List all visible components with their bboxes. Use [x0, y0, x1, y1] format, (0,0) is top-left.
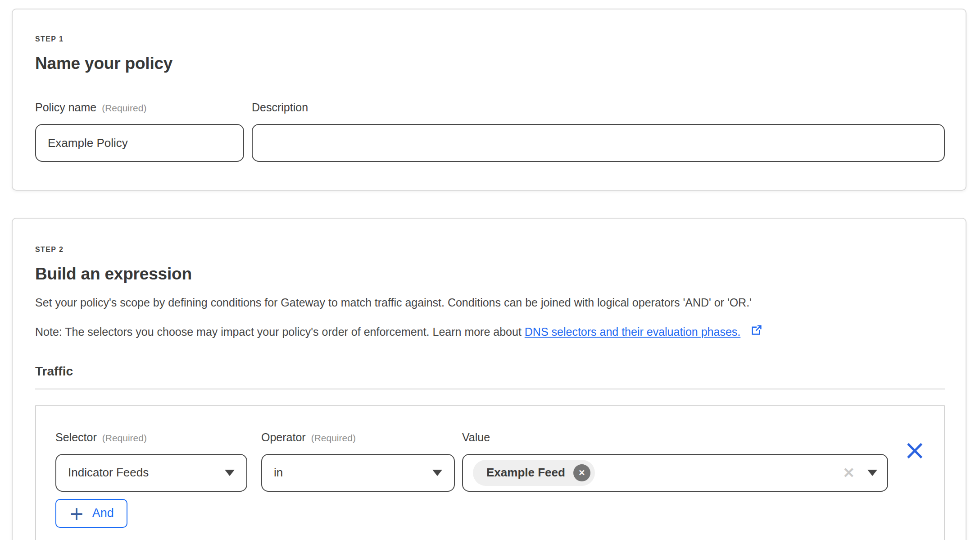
tag-remove-icon[interactable]: ✕	[573, 464, 590, 481]
external-link-icon[interactable]	[750, 323, 763, 341]
operator-label-text: Operator	[261, 431, 306, 444]
plus-icon: +	[69, 504, 84, 522]
step1-title: Name your policy	[35, 54, 945, 73]
operator-required-hint: (Required)	[311, 433, 356, 443]
clear-value-icon[interactable]: ✕	[843, 466, 855, 480]
operator-label: Operator(Required)	[261, 431, 455, 444]
operator-dropdown[interactable]: in	[261, 454, 455, 492]
expression-note-text: Note: The selectors you choose may impac…	[35, 323, 945, 341]
dns-selectors-link[interactable]: DNS selectors and their evaluation phase…	[525, 325, 740, 338]
traffic-heading: Traffic	[35, 364, 945, 379]
step2-title: Build an expression	[35, 265, 945, 284]
operator-dropdown-value: in	[274, 466, 283, 480]
value-tag-label: Example Feed	[486, 466, 565, 480]
selector-dropdown[interactable]: Indicator Feeds	[55, 454, 247, 492]
selector-label-text: Selector	[55, 431, 97, 444]
delete-condition-icon[interactable]: ×	[903, 436, 926, 463]
selector-required-hint: (Required)	[102, 433, 147, 443]
step2-label: STEP 2	[35, 246, 945, 254]
description-field-group: Description	[252, 101, 945, 162]
condition-row: Selector(Required) Indicator Feeds Opera…	[55, 431, 927, 492]
chevron-down-icon	[432, 470, 442, 476]
selector-dropdown-value: Indicator Feeds	[68, 466, 149, 480]
chevron-down-icon	[225, 470, 235, 476]
expression-intro-text: Set your policy's scope by defining cond…	[35, 295, 945, 311]
and-button-label: And	[92, 506, 114, 520]
selector-label: Selector(Required)	[55, 431, 247, 444]
step1-fields-row: Policy name(Required) Description	[35, 101, 945, 162]
policy-name-field-group: Policy name(Required)	[35, 101, 244, 162]
value-label: Value	[462, 431, 888, 444]
value-field-group: Value Example Feed ✕ ✕	[462, 431, 888, 492]
value-multiselect[interactable]: Example Feed ✕ ✕	[462, 454, 888, 492]
description-label: Description	[252, 101, 945, 114]
chevron-down-icon[interactable]	[867, 470, 877, 476]
step2-card: STEP 2 Build an expression Set your poli…	[12, 218, 966, 540]
traffic-divider	[35, 389, 945, 389]
operator-field-group: Operator(Required) in	[261, 431, 455, 492]
step1-label: STEP 1	[35, 35, 945, 43]
policy-name-required-hint: (Required)	[102, 103, 146, 113]
value-field-controls: ✕	[843, 466, 877, 480]
condition-box: Selector(Required) Indicator Feeds Opera…	[35, 405, 945, 540]
note-prefix: Note: The selectors you choose may impac…	[35, 325, 525, 338]
value-tag: Example Feed ✕	[473, 460, 595, 486]
description-input[interactable]	[252, 124, 945, 162]
policy-name-label: Policy name(Required)	[35, 101, 244, 114]
selector-field-group: Selector(Required) Indicator Feeds	[55, 431, 247, 492]
step1-card: STEP 1 Name your policy Policy name(Requ…	[12, 9, 966, 191]
policy-name-label-text: Policy name	[35, 101, 96, 114]
policy-name-input[interactable]	[35, 124, 244, 162]
add-and-condition-button[interactable]: + And	[55, 499, 127, 528]
